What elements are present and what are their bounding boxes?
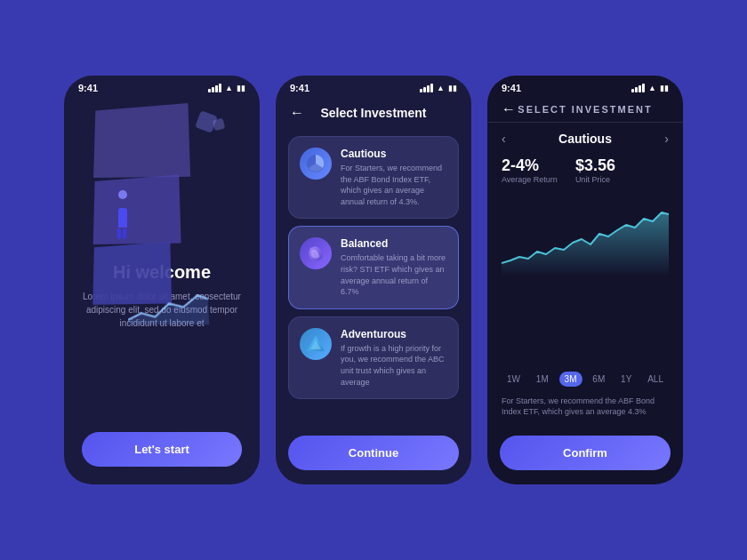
battery-icon: ▮▮ xyxy=(237,84,245,92)
signal-icon-2 xyxy=(420,84,433,92)
status-bar-1: 9:41 ▲ ▮▮ xyxy=(64,76,260,97)
iso-card-mid xyxy=(93,174,181,244)
person-head xyxy=(118,190,127,199)
person-legs xyxy=(117,228,128,239)
signal-icon xyxy=(208,84,221,92)
investment-card-cautious[interactable]: Cautious For Starters, we recommend the … xyxy=(288,136,459,219)
person-body xyxy=(118,208,127,228)
deco-shape-2 xyxy=(213,118,226,132)
nav-row: ‹ Cautious › xyxy=(502,132,669,146)
adventurous-icon xyxy=(300,328,332,360)
status-time-3: 9:41 xyxy=(502,83,521,93)
continue-button[interactable]: Continue xyxy=(288,436,459,470)
filter-1y[interactable]: 1Y xyxy=(615,372,637,387)
cautious-title: Cautious xyxy=(341,148,447,160)
filter-3m[interactable]: 3M xyxy=(559,372,582,387)
stats-row: 2-4% Average Return $3.56 Unit Price xyxy=(502,156,669,184)
adventurous-title: Adventurous xyxy=(341,328,447,340)
cautious-text: Cautious For Starters, we recommend the … xyxy=(341,148,447,207)
status-icons-3: ▲ ▮▮ xyxy=(631,84,669,92)
hero-chart xyxy=(128,285,209,324)
iso-card-front xyxy=(92,242,172,305)
hero-illustration xyxy=(91,106,233,248)
prev-chevron[interactable]: ‹ xyxy=(502,132,506,146)
pie-chart-svg xyxy=(303,151,328,176)
investment-nav-label: Cautious xyxy=(558,132,612,146)
investment-card-balanced[interactable]: Balanced Comfortable taking a bit more r… xyxy=(288,226,459,308)
detail-description: For Starters, we recommend the ABF Bond … xyxy=(502,396,669,418)
stat-price-block: $3.56 Unit Price xyxy=(575,156,615,184)
adventurous-desc: If growth is a high priority for you, we… xyxy=(341,343,447,388)
back-arrow-2[interactable]: ← xyxy=(290,105,304,121)
balanced-desc: Comfortable taking a bit more risk? STI … xyxy=(341,252,447,297)
stat-price-value: $3.56 xyxy=(575,156,615,175)
detail-content: ‹ Cautious › 2-4% Average Return $3.56 U… xyxy=(487,123,683,436)
filter-1m[interactable]: 1M xyxy=(531,372,554,387)
stat-price-label: Unit Price xyxy=(575,175,615,184)
phone-select-investment: 9:41 ▲ ▮▮ ← Select Investment xyxy=(276,76,471,484)
status-icons-2: ▲ ▮▮ xyxy=(420,84,457,92)
stat-return-block: 2-4% Average Return xyxy=(502,156,558,184)
iso-card-back xyxy=(93,103,190,178)
battery-icon-2: ▮▮ xyxy=(448,84,457,92)
balanced-text: Balanced Comfortable taking a bit more r… xyxy=(341,237,447,297)
wifi-icon: ▲ xyxy=(225,84,233,92)
status-bar-3: 9:41 ▲ ▮▮ xyxy=(487,76,683,97)
investment-list: Cautious For Starters, we recommend the … xyxy=(276,129,471,427)
filter-1w[interactable]: 1W xyxy=(502,372,526,387)
cautious-icon xyxy=(300,148,332,180)
signal-icon-3 xyxy=(631,84,645,92)
back-arrow-3[interactable]: ← xyxy=(502,101,516,117)
screen2-header: ← Select Investment xyxy=(276,97,471,129)
chart-svg xyxy=(502,196,669,276)
screen3-header: ← SELECT INVESTMENT xyxy=(487,97,683,123)
phone-welcome: 9:41 ▲ ▮▮ xyxy=(64,76,260,484)
status-time-1: 9:41 xyxy=(78,83,98,93)
filter-6m[interactable]: 6M xyxy=(587,372,610,387)
next-chevron[interactable]: › xyxy=(664,132,669,146)
battery-icon-3: ▮▮ xyxy=(660,84,669,92)
cautious-desc: For Starters, we recommend the ABF Bond … xyxy=(341,163,447,207)
status-bar-2: 9:41 ▲ ▮▮ xyxy=(276,76,471,97)
wifi-icon-2: ▲ xyxy=(437,84,445,92)
phone-investment-detail: 9:41 ▲ ▮▮ ← SELECT INVESTMENT ‹ Cautious… xyxy=(487,76,683,484)
welcome-screen: Hi welcome Lorem ipsum dolor sit amet, c… xyxy=(64,97,260,484)
person-figure xyxy=(110,190,135,235)
wifi-icon-3: ▲ xyxy=(648,84,656,92)
status-time-2: 9:41 xyxy=(290,83,309,93)
stat-return-label: Average Return xyxy=(502,175,558,184)
price-chart xyxy=(502,196,669,363)
investment-card-adventurous[interactable]: Adventurous If growth is a high priority… xyxy=(288,316,459,399)
time-filter-row: 1W 1M 3M 6M 1Y ALL xyxy=(502,372,669,387)
balanced-icon xyxy=(300,237,332,269)
filter-all[interactable]: ALL xyxy=(642,372,669,387)
stat-return-value: 2-4% xyxy=(502,156,558,175)
balanced-title: Balanced xyxy=(341,237,447,250)
screen2-title: Select Investment xyxy=(320,106,426,120)
lets-start-button[interactable]: Let's start xyxy=(82,432,242,467)
adventurous-text: Adventurous If growth is a high priority… xyxy=(341,328,447,388)
screen3-footer: Confirm xyxy=(487,436,683,484)
confirm-button[interactable]: Confirm xyxy=(500,436,671,470)
balanced-svg xyxy=(303,241,328,266)
status-icons-1: ▲ ▮▮ xyxy=(208,84,245,92)
adventurous-svg xyxy=(303,332,328,356)
screen3-title: SELECT INVESTMENT xyxy=(518,104,652,115)
screen2-footer: Continue xyxy=(276,427,471,484)
